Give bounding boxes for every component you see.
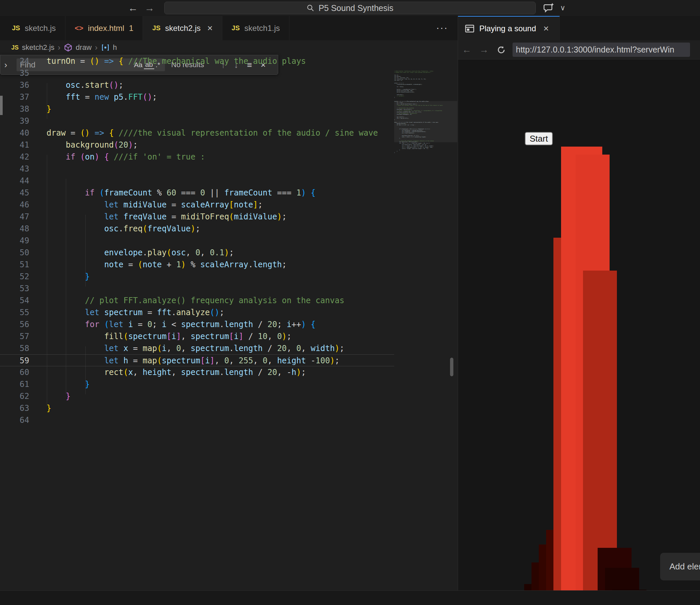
close-icon[interactable]: × — [544, 23, 549, 34]
code-line[interactable]: 61 } — [0, 378, 394, 390]
minimap-slider[interactable] — [394, 101, 457, 142]
code-line[interactable]: 40draw = () => { ////the visual represen… — [0, 127, 394, 139]
tab-sketch1.js[interactable]: JSsketch1.js — [222, 16, 290, 40]
browser-forward-button[interactable]: → — [475, 45, 493, 55]
chevron-down-icon[interactable]: ∨ — [558, 2, 568, 14]
code-line[interactable]: 24turnOn = () => { ///The mechanical way… — [0, 55, 394, 67]
spectrum-bar — [524, 584, 531, 590]
code-line[interactable]: 54 // plot FFT.analyze() frequency analy… — [0, 295, 394, 306]
tab-label: sketch2.js — [165, 24, 201, 33]
editor-scrollbar-thumb[interactable] — [450, 358, 453, 376]
code-line[interactable]: 64 — [0, 414, 394, 426]
command-center-search[interactable]: P5 Sound Synthesis — [164, 2, 536, 14]
code-line[interactable]: 49 — [0, 235, 394, 247]
code-line[interactable]: 51 note = (note + 1) % scaleArray.length… — [0, 259, 394, 271]
code-line[interactable]: 39 — [0, 115, 394, 127]
start-button[interactable]: Start — [525, 132, 553, 145]
code-line[interactable]: 62 } — [0, 390, 394, 402]
breadcrumb-symbol-h[interactable]: h — [113, 43, 117, 52]
tab-close-icon[interactable]: × — [207, 23, 212, 33]
code-line[interactable]: 41 background(20); — [0, 139, 394, 151]
code-line[interactable]: 60 rect(x, height, spectrum.length / 20,… — [0, 366, 394, 378]
breadcrumb[interactable]: JS sketch2.js › draw › h — [0, 40, 458, 55]
code-line[interactable]: 58 let x = map(i, 0, spectrum.length / 2… — [0, 343, 394, 354]
line-number: 53 — [0, 282, 29, 295]
line-number: 43 — [0, 163, 29, 175]
breadcrumb-symbol-draw[interactable]: draw — [76, 43, 92, 52]
spectrum-bar — [531, 562, 539, 590]
code-line[interactable]: 55 let spectrum = fft.analyze(); — [0, 306, 394, 319]
code-line[interactable]: 43 — [0, 163, 394, 175]
code-line[interactable]: 52 } — [0, 271, 394, 282]
js-file-icon: JS — [11, 44, 19, 51]
code-line[interactable]: 46 let midiValue = scaleArray[note]; — [0, 199, 394, 211]
line-number: 44 — [0, 175, 29, 187]
browser-back-button[interactable]: ← — [458, 45, 475, 55]
line-number: 47 — [0, 211, 29, 223]
code-editor[interactable]: 24turnOn = () => { ///The mechanical way… — [0, 55, 394, 426]
line-number: 49 — [0, 235, 29, 247]
code-line[interactable]: 50 envelope.play(osc, 0, 0.1); — [0, 247, 394, 259]
line-content: for (let i = 0; i < spectrum.length / 20… — [47, 319, 316, 330]
code-line[interactable]: 37 fft = new p5.FFT(); — [0, 91, 394, 103]
search-icon — [306, 4, 315, 12]
line-content: let spectrum = fft.analyze(); — [47, 306, 224, 319]
line-content: } — [47, 271, 90, 282]
more-actions-button[interactable]: ··· — [435, 22, 449, 34]
code-line[interactable]: 57 fill(spectrum[i], spectrum[i] / 10, 0… — [0, 330, 394, 343]
line-number: 37 — [0, 91, 29, 103]
js-file-icon: JS — [232, 24, 240, 32]
line-number: 59 — [0, 355, 29, 367]
spectrum-bar — [605, 568, 639, 590]
tab-playing-a-sound[interactable]: Playing a sound × — [458, 16, 560, 40]
code-line[interactable]: 36 osc.start(); — [0, 79, 394, 91]
browser-reload-button[interactable] — [493, 45, 510, 54]
tab-index.html[interactable]: <>index.html1 — [66, 16, 143, 40]
history-back-button[interactable]: ← — [126, 2, 140, 14]
line-number: 54 — [0, 295, 29, 306]
code-line[interactable]: 45 if (frameCount % 60 === 0 || frameCou… — [0, 187, 394, 199]
spectrum-bar — [553, 238, 561, 590]
code-line[interactable]: 56 for (let i = 0; i < spectrum.length /… — [0, 319, 394, 330]
add-element-button[interactable]: Add elem — [660, 553, 700, 580]
code-line[interactable]: 42 if (on) { ///if 'on' = true : — [0, 151, 394, 163]
code-line[interactable]: 47 let freqValue = midiToFreq(midiValue)… — [0, 211, 394, 223]
url-bar[interactable]: http://127.0.0.1:3000/index.html?serverW… — [512, 43, 690, 57]
code-line[interactable]: 63} — [0, 402, 394, 414]
breadcrumb-separator: › — [58, 43, 60, 52]
simple-browser-panel: Playing a sound × ← → http://127.0.0.1:3… — [458, 16, 700, 590]
chat-sparkle-icon — [543, 2, 555, 14]
editor-group: JSsketch.js<>index.html1JSsketch2.js×JSs… — [0, 16, 458, 590]
line-content: let h = map(spectrum[i], 0, 255, 0, heig… — [47, 355, 340, 367]
line-content: fft = new p5.FFT(); — [47, 91, 157, 103]
line-content: draw = () => { ////the visual representa… — [47, 127, 378, 139]
code-line[interactable]: 59 let h = map(spectrum[i], 0, 255, 0, h… — [0, 354, 394, 366]
line-number: 52 — [0, 271, 29, 282]
js-file-icon: JS — [12, 24, 20, 32]
history-forward-button[interactable]: → — [143, 2, 156, 14]
code-line[interactable]: 53 — [0, 282, 394, 295]
line-number: 42 — [0, 151, 29, 163]
line-number: 39 — [0, 115, 29, 127]
code-line[interactable]: 35 — [0, 67, 394, 79]
code-line[interactable]: 48 osc.freq(freqValue); — [0, 223, 394, 235]
copilot-chat-button[interactable] — [543, 2, 558, 14]
panel-tab-strip: Playing a sound × — [458, 16, 700, 40]
code-line[interactable]: 38} — [0, 103, 394, 115]
line-content: } — [47, 402, 51, 414]
breadcrumb-file[interactable]: sketch2.js — [22, 43, 54, 52]
left-edge-drag-handle[interactable] — [0, 96, 3, 115]
line-number: 64 — [0, 414, 29, 426]
line-number: 51 — [0, 259, 29, 271]
line-number: 48 — [0, 223, 29, 235]
line-content: rect(x, height, spectrum.length / 20, -h… — [47, 366, 306, 378]
browser-preview-icon — [465, 24, 475, 33]
line-content: note = (note + 1) % scaleArray.length; — [47, 259, 287, 271]
tab-sketch.js[interactable]: JSsketch.js — [3, 16, 66, 40]
code-line[interactable]: 44 — [0, 175, 394, 187]
breadcrumb-separator: › — [95, 43, 98, 52]
tab-sketch2.js[interactable]: JSsketch2.js× — [143, 16, 222, 40]
line-number: 60 — [0, 366, 29, 378]
line-number: 55 — [0, 306, 29, 319]
line-number: 24 — [0, 55, 29, 67]
